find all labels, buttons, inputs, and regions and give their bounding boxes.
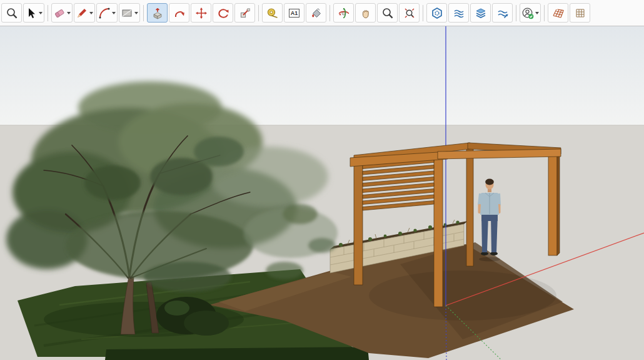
toolbar-separator xyxy=(48,5,48,21)
pergola-post-front[interactable] xyxy=(434,154,443,307)
orbit-icon xyxy=(338,7,350,19)
add-location-button[interactable] xyxy=(470,3,491,23)
tilted-grid-icon xyxy=(552,7,565,19)
pergola-post-right[interactable] xyxy=(548,150,560,255)
hexagon-gear-icon xyxy=(431,7,443,19)
toolbar-separator xyxy=(258,5,259,21)
wavy-arrow-icon xyxy=(496,7,509,19)
magnifier-extents-icon xyxy=(403,7,416,19)
dimension-tool-button[interactable]: A1 xyxy=(284,3,304,23)
rotate-tool-button[interactable] xyxy=(213,3,233,23)
rotate-icon xyxy=(217,7,229,19)
chevron-down-icon[interactable] xyxy=(39,12,43,14)
chevron-down-icon[interactable] xyxy=(89,12,93,14)
chevron-down-icon[interactable] xyxy=(535,12,539,14)
toolbar-separator xyxy=(544,5,545,21)
layer-stack-icon xyxy=(475,7,487,19)
line-tool-button[interactable] xyxy=(74,3,95,23)
zoom-window-button[interactable] xyxy=(1,3,22,23)
move-tool-button[interactable] xyxy=(191,3,211,23)
pan-tool-button[interactable] xyxy=(355,3,376,23)
sandbox-smoove-button[interactable] xyxy=(492,3,513,23)
account-button[interactable] xyxy=(520,3,541,23)
chevron-down-icon[interactable] xyxy=(67,12,71,14)
pergola-post-back[interactable] xyxy=(466,147,473,266)
scale-icon xyxy=(239,7,251,19)
wavy-lines-icon xyxy=(453,7,465,19)
chevron-down-icon[interactable] xyxy=(112,12,116,14)
push-pull-tool-button[interactable] xyxy=(147,3,168,23)
sandbox-from-contours-button[interactable] xyxy=(448,3,469,23)
toolbar-separator xyxy=(143,5,144,21)
eraser-tool-button[interactable] xyxy=(51,3,73,23)
person-check-icon xyxy=(521,7,534,19)
chevron-down-icon[interactable] xyxy=(134,12,138,14)
sandbox-grid-a-button[interactable] xyxy=(548,3,568,23)
follow-me-tool-button[interactable] xyxy=(169,3,189,23)
scale-tool-button[interactable] xyxy=(234,3,255,23)
sketchup-window: A1 xyxy=(0,0,644,360)
arc-icon xyxy=(98,7,111,19)
magnifier-icon xyxy=(6,7,18,19)
shapes-tool-button[interactable] xyxy=(119,3,140,23)
paint-bucket-tool-button[interactable] xyxy=(306,3,326,23)
magnifier-icon xyxy=(381,7,394,19)
toolbar-separator xyxy=(516,5,516,21)
pencil-icon xyxy=(76,7,88,19)
move-arrows-icon xyxy=(195,7,208,19)
pergola-post-left[interactable] xyxy=(354,159,363,285)
zoom-tool-button[interactable] xyxy=(377,3,398,23)
tape-measure-icon xyxy=(266,7,279,19)
extension-warehouse-button[interactable] xyxy=(426,3,447,23)
toolbar: A1 xyxy=(0,0,644,26)
select-tool-button[interactable] xyxy=(23,3,44,23)
eraser-icon xyxy=(53,7,66,19)
follow-me-icon xyxy=(173,7,186,19)
hand-icon xyxy=(360,7,372,19)
tape-measure-tool-button[interactable] xyxy=(262,3,283,23)
viewport-3d[interactable] xyxy=(0,26,644,360)
zoom-extents-tool-button[interactable] xyxy=(399,3,420,23)
cursor-arrow-icon xyxy=(25,7,38,19)
toolbar-separator xyxy=(423,5,423,21)
orbit-tool-button[interactable] xyxy=(333,3,354,23)
dimension-a1-icon: A1 xyxy=(289,9,300,18)
scene-3d[interactable] xyxy=(0,26,644,360)
sandbox-grid-b-button[interactable] xyxy=(570,3,590,23)
rectangle-icon xyxy=(121,7,133,19)
paint-bucket-icon xyxy=(310,7,323,19)
arc-tool-button[interactable] xyxy=(96,3,118,23)
flat-grid-icon xyxy=(574,7,586,19)
push-pull-icon xyxy=(151,7,164,19)
toolbar-separator xyxy=(330,5,330,21)
